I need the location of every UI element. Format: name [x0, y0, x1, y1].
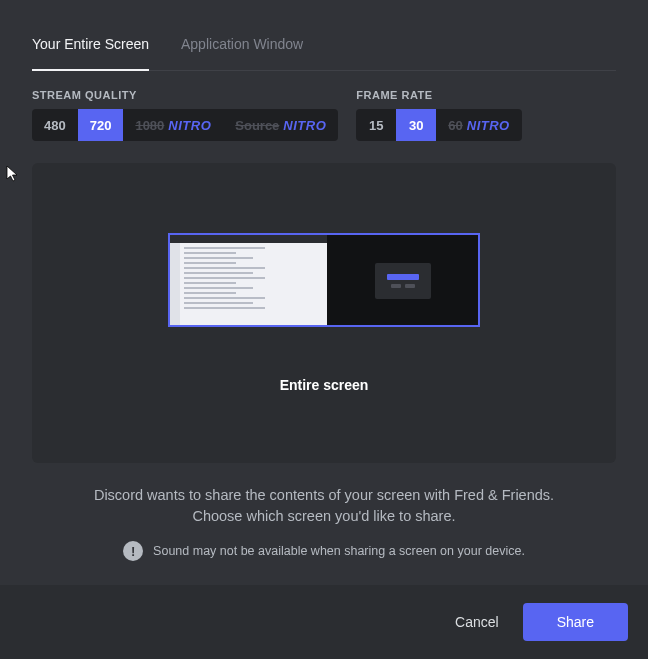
- modal-footer: Cancel Share: [0, 585, 648, 659]
- quality-source-label: Source: [235, 118, 279, 133]
- quality-1080-nitro[interactable]: 1080 NITRO: [123, 109, 223, 141]
- screen-thumbnail[interactable]: [168, 233, 480, 327]
- share-info-text: Discord wants to share the contents of y…: [32, 485, 616, 527]
- sound-warning-text: Sound may not be available when sharing …: [153, 544, 525, 558]
- screen-share-modal: Your Entire Screen Application Window St…: [0, 0, 648, 659]
- fps-30[interactable]: 30: [396, 109, 436, 141]
- stream-quality-segmented: 480 720 1080 NITRO Source NITRO: [32, 109, 338, 141]
- fps-15[interactable]: 15: [356, 109, 396, 141]
- tab-application-window[interactable]: Application Window: [181, 28, 303, 70]
- nitro-badge-icon: NITRO: [283, 118, 326, 133]
- nitro-badge-icon: NITRO: [467, 118, 510, 133]
- frame-rate-label: Frame Rate: [356, 89, 521, 101]
- cancel-button[interactable]: Cancel: [449, 604, 505, 640]
- screen-thumbnail-label: Entire screen: [280, 377, 369, 393]
- quality-source-nitro[interactable]: Source NITRO: [223, 109, 338, 141]
- quality-1080-label: 1080: [135, 118, 164, 133]
- tab-entire-screen[interactable]: Your Entire Screen: [32, 28, 149, 70]
- nitro-badge-icon: NITRO: [168, 118, 211, 133]
- frame-rate-group: Frame Rate 15 30 60 NITRO: [356, 89, 521, 141]
- source-tabs: Your Entire Screen Application Window: [32, 28, 616, 71]
- screen-preview-area: Entire screen: [32, 163, 616, 463]
- stream-quality-label: Stream Quality: [32, 89, 338, 101]
- sound-warning: ! Sound may not be available when sharin…: [32, 541, 616, 561]
- share-button[interactable]: Share: [523, 603, 628, 641]
- quality-720[interactable]: 720: [78, 109, 124, 141]
- quality-480[interactable]: 480: [32, 109, 78, 141]
- frame-rate-segmented: 15 30 60 NITRO: [356, 109, 521, 141]
- fps-60-label: 60: [448, 118, 462, 133]
- stream-quality-group: Stream Quality 480 720 1080 NITRO Source…: [32, 89, 338, 141]
- warning-icon: !: [123, 541, 143, 561]
- fps-60-nitro[interactable]: 60 NITRO: [436, 109, 521, 141]
